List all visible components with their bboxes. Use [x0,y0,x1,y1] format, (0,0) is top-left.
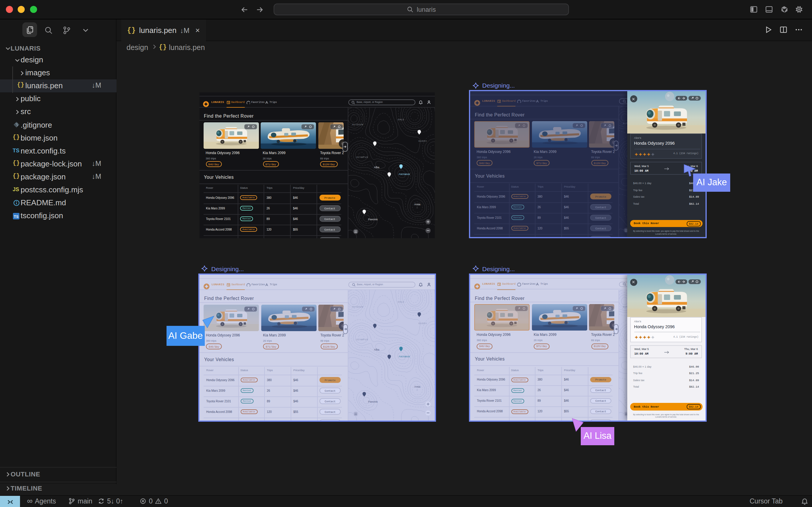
svg-text:Pavonis: Pavonis [368,218,377,221]
svg-text:GUSEV: GUSEV [418,140,427,142]
svg-text:Pavonis: Pavonis [368,400,378,403]
svg-text:Alba: Alba [374,166,379,169]
svg-text:ELYSIUM: ELYSIUM [352,123,363,125]
svg-text:Arsia: Arsia [414,385,421,388]
svg-text:Alba: Alba [374,348,380,351]
svg-text:ELYSIUM: ELYSIUM [353,306,363,308]
svg-text:OLYMPUS: OLYMPUS [356,338,368,341]
svg-text:TS: TS [13,214,18,219]
svg-text:GALE: GALE [398,301,404,303]
svg-text:Ascraeus: Ascraeus [399,355,410,358]
svg-text:OLYMPUS: OLYMPUS [356,156,368,158]
svg-text:GALE: GALE [397,118,404,121]
svg-text:Arsia: Arsia [414,203,420,206]
svg-text:GUSEV: GUSEV [418,322,427,324]
svg-text:Ascraeus: Ascraeus [398,173,410,176]
